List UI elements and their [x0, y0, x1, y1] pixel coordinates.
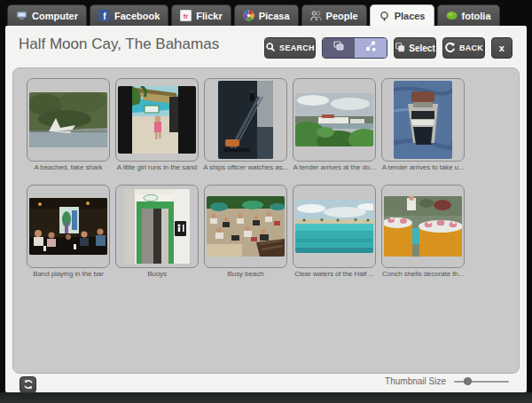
photo-caption: A tender arrives to take u... — [379, 163, 467, 172]
photo-beached-shark — [29, 92, 107, 147]
thumbnail-grid: A beached, fake shark — [13, 68, 519, 291]
photo-cell: A ships officer watches as... — [204, 78, 287, 172]
photo-cell: A tender arrives at the do... — [293, 78, 376, 172]
photo-cell: A beached, fake shark — [27, 78, 110, 172]
photo-tender-boat — [394, 81, 452, 159]
tab-label: Picasa — [259, 11, 290, 21]
photo-busy-beach — [207, 196, 285, 257]
back-button[interactable]: BACK — [442, 37, 485, 59]
tab-label: Flickr — [196, 11, 222, 21]
tab-flickr[interactable]: fr Flickr — [171, 4, 231, 26]
search-button-label: SEARCH — [279, 43, 315, 52]
grid-view-icon — [332, 40, 345, 56]
close-button[interactable]: x — [491, 37, 512, 59]
photo-caption: Band playing in the bar — [24, 270, 113, 279]
photo-tile-band-bar[interactable] — [27, 185, 110, 268]
photo-caption: A tender arrives at the do... — [290, 163, 379, 172]
places-view: Half Moon Cay, The Bahamas SEARCH — [5, 26, 527, 392]
search-icon — [265, 42, 276, 54]
photo-caption: Clear waters of the Half ... — [290, 270, 379, 279]
photo-caption: A ships officer watches as... — [201, 163, 290, 172]
photo-band-bar — [29, 198, 107, 255]
tab-label: Facebook — [114, 11, 160, 21]
photo-cell: Conch shells decorate th... — [381, 185, 465, 279]
page-title: Half Moon Cay, The Bahamas — [19, 36, 219, 53]
tab-computer[interactable]: Computer — [7, 4, 87, 26]
select-button[interactable]: Select — [394, 37, 436, 59]
people-icon — [310, 10, 322, 21]
photo-cell: Buoys — [115, 185, 199, 279]
select-icon — [395, 42, 405, 54]
desktop-background — [0, 392, 532, 403]
picasa-icon — [243, 10, 254, 21]
map-view-button[interactable] — [355, 38, 387, 58]
photo-caption: A little girl runs in the sand — [113, 163, 201, 172]
header-toolbar: SEARCH Select — [264, 37, 512, 59]
photo-caption: Buoys — [113, 270, 201, 279]
computer-icon — [16, 10, 27, 21]
tab-picasa[interactable]: Picasa — [234, 4, 299, 26]
back-button-label: BACK — [459, 43, 483, 52]
tab-fotolia[interactable]: fotolia — [437, 4, 500, 26]
tab-facebook[interactable]: f Facebook — [90, 4, 168, 26]
grid-view-button[interactable] — [323, 38, 355, 58]
photo-tile-ships-officer[interactable] — [204, 78, 287, 162]
back-icon — [444, 42, 456, 55]
photo-cell: Band playing in the bar — [27, 185, 110, 279]
thumbnail-panel: A beached, fake shark — [12, 67, 520, 374]
thumbnail-size-label: Thumbnail Size — [385, 376, 446, 386]
photo-little-girl — [118, 86, 196, 154]
photo-tile-beached-shark[interactable] — [27, 78, 110, 162]
tab-people[interactable]: People — [301, 4, 367, 26]
thumbnail-size-slider[interactable] — [454, 381, 509, 383]
slider-handle[interactable] — [464, 377, 472, 385]
photo-clear-waters — [295, 200, 373, 253]
refresh-button[interactable] — [20, 376, 36, 393]
places-icon — [379, 11, 390, 22]
photo-tile-tender-boat[interactable] — [381, 78, 465, 162]
select-button-label: Select — [409, 43, 434, 53]
photo-cell: A tender arrives to take u... — [381, 78, 465, 172]
photo-tile-conch-shells[interactable] — [381, 185, 465, 268]
fotolia-icon — [446, 10, 458, 21]
tab-label: Places — [395, 11, 426, 21]
photo-tile-little-girl[interactable] — [115, 78, 199, 162]
photo-tile-clear-waters[interactable] — [293, 185, 376, 268]
photo-tender-dock — [295, 93, 373, 146]
photo-buoys — [124, 189, 190, 264]
photo-tile-busy-beach[interactable] — [204, 185, 287, 268]
tab-label: fotolia — [462, 11, 491, 21]
photo-tile-tender-dock[interactable] — [293, 78, 376, 162]
facebook-icon: f — [98, 10, 110, 21]
photo-cell: Clear waters of the Half ... — [293, 185, 376, 279]
scatter-view-icon — [364, 40, 377, 56]
svg-text:fr: fr — [184, 12, 188, 20]
view-mode-toggle — [322, 37, 387, 59]
flickr-icon: fr — [180, 10, 192, 21]
photo-caption: Busy beach — [201, 270, 290, 279]
photo-conch-shells — [384, 196, 462, 257]
close-icon: x — [499, 43, 505, 53]
photo-caption: A beached, fake shark — [24, 163, 113, 172]
source-tabbar: Computer f Facebook fr Flickr Picasa Peo… — [7, 4, 500, 27]
photo-caption: Conch shells decorate th... — [379, 270, 467, 279]
photo-browser-window: Computer f Facebook fr Flickr Picasa Peo… — [0, 0, 532, 403]
photo-cell: Busy beach — [204, 185, 287, 279]
refresh-icon — [23, 377, 34, 393]
thumbnail-size-control: Thumbnail Size — [385, 376, 509, 386]
tab-places[interactable]: Places — [370, 4, 434, 27]
tab-label: People — [326, 11, 358, 21]
tab-label: Computer — [32, 11, 78, 21]
photo-cell: A little girl runs in the sand — [115, 78, 199, 172]
photo-tile-buoys[interactable] — [115, 185, 199, 268]
search-button[interactable]: SEARCH — [264, 37, 316, 59]
photo-ships-officer — [218, 81, 273, 159]
